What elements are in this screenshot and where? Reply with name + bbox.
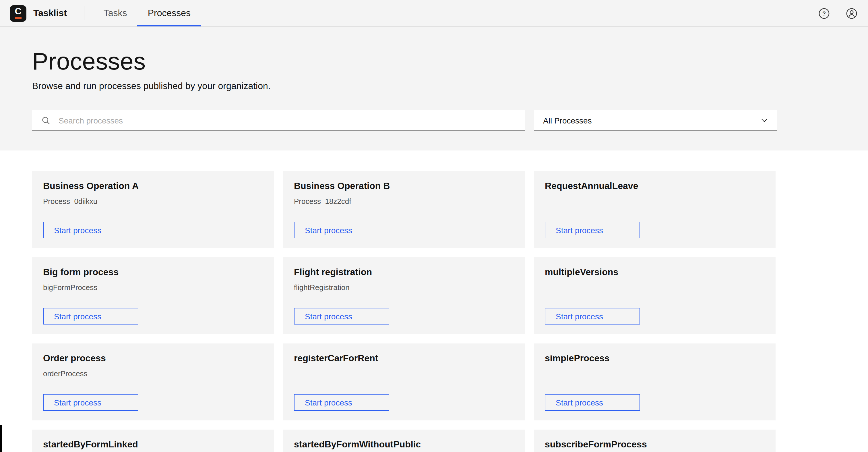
process-id: Process_18z2cdf bbox=[294, 197, 514, 206]
process-name: Business Operation A bbox=[43, 180, 263, 192]
tab-tasks-label: Tasks bbox=[104, 8, 127, 19]
tab-tasks[interactable]: Tasks bbox=[93, 0, 137, 26]
filter-controls: All Processes bbox=[32, 110, 868, 131]
process-filter-dropdown[interactable]: All Processes bbox=[534, 110, 777, 131]
processes-grid-section: Business Operation A Process_0diikxu Sta… bbox=[0, 150, 868, 452]
process-name: RequestAnnualLeave bbox=[545, 180, 765, 192]
camunda-logo-icon[interactable]: C bbox=[10, 5, 26, 22]
start-process-button[interactable]: Start process bbox=[545, 308, 640, 325]
process-card: RequestAnnualLeave Start process bbox=[534, 171, 776, 248]
process-name: simpleProcess bbox=[545, 353, 765, 364]
help-icon[interactable]: ? bbox=[818, 7, 830, 19]
process-name: multipleVersions bbox=[545, 267, 765, 278]
process-id bbox=[294, 369, 514, 378]
start-process-button[interactable]: Start process bbox=[294, 308, 389, 325]
search-input[interactable] bbox=[57, 110, 525, 131]
start-process-button[interactable]: Start process bbox=[545, 394, 640, 411]
tab-processes[interactable]: Processes bbox=[137, 0, 201, 26]
start-process-button[interactable]: Start process bbox=[545, 222, 640, 238]
process-name: Flight registration bbox=[294, 267, 514, 278]
logo-accent-bar bbox=[15, 17, 21, 19]
svg-text:?: ? bbox=[823, 10, 826, 17]
app-title: Tasklist bbox=[33, 8, 67, 19]
process-name: Big form process bbox=[43, 267, 263, 278]
page-title: Processes bbox=[32, 27, 868, 77]
process-card: startedByFormWithoutPublic Start process bbox=[283, 430, 525, 452]
start-process-button[interactable]: Start process bbox=[43, 222, 138, 238]
header-left: C Tasklist Tasks Processes bbox=[0, 0, 201, 26]
process-name: Order process bbox=[43, 353, 263, 364]
chevron-down-icon bbox=[761, 117, 768, 124]
start-process-button[interactable]: Start process bbox=[43, 308, 138, 325]
process-id: flightRegistration bbox=[294, 283, 514, 292]
tab-processes-label: Processes bbox=[148, 8, 191, 19]
start-process-button[interactable]: Start process bbox=[294, 394, 389, 411]
process-name: registerCarForRent bbox=[294, 353, 514, 364]
process-card: Order process orderProcess Start process bbox=[32, 343, 274, 420]
process-id bbox=[545, 283, 765, 292]
process-card: multipleVersions Start process bbox=[534, 257, 776, 334]
user-avatar-icon[interactable] bbox=[846, 7, 858, 19]
process-id: bigFormProcess bbox=[43, 283, 263, 292]
page-subtitle: Browse and run processes published by yo… bbox=[32, 80, 868, 92]
process-card: startedByFormLinked Start process bbox=[32, 430, 274, 452]
process-name: startedByFormWithoutPublic bbox=[294, 439, 514, 450]
main-nav: Tasks Processes bbox=[93, 0, 201, 26]
header-divider bbox=[84, 6, 85, 20]
tasklist-app: C Tasklist Tasks Processes ? bbox=[0, 0, 868, 452]
start-process-button[interactable]: Start process bbox=[294, 222, 389, 238]
process-name: subscribeFormProcess bbox=[545, 439, 765, 450]
process-card: Business Operation B Process_18z2cdf Sta… bbox=[283, 171, 525, 248]
process-id bbox=[545, 369, 765, 378]
process-card: Flight registration flightRegistration S… bbox=[283, 257, 525, 334]
processes-grid: Business Operation A Process_0diikxu Sta… bbox=[32, 171, 868, 452]
process-name: startedByFormLinked bbox=[43, 439, 263, 450]
process-card: subscribeFormProcess Start process bbox=[534, 430, 776, 452]
process-id: Process_0diikxu bbox=[43, 197, 263, 206]
search-icon bbox=[41, 116, 51, 125]
cursor-artifact bbox=[0, 425, 2, 452]
process-card: registerCarForRent Start process bbox=[283, 343, 525, 420]
process-card: simpleProcess Start process bbox=[534, 343, 776, 420]
start-process-button[interactable]: Start process bbox=[43, 394, 138, 411]
search-field bbox=[32, 110, 525, 131]
process-id bbox=[545, 197, 765, 206]
process-card: Business Operation A Process_0diikxu Sta… bbox=[32, 171, 274, 248]
process-filter-value: All Processes bbox=[543, 116, 592, 125]
process-name: Business Operation B bbox=[294, 180, 514, 192]
app-header: C Tasklist Tasks Processes ? bbox=[0, 0, 868, 27]
process-card: Big form process bigFormProcess Start pr… bbox=[32, 257, 274, 334]
hero-section: Processes Browse and run processes publi… bbox=[0, 27, 868, 150]
logo-letter: C bbox=[10, 6, 26, 17]
header-right: ? bbox=[818, 7, 868, 19]
process-id: orderProcess bbox=[43, 369, 263, 378]
